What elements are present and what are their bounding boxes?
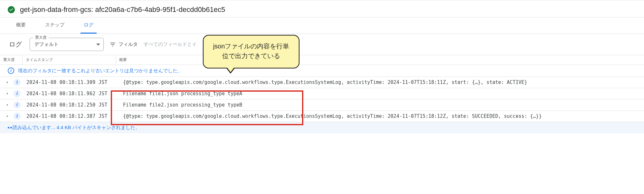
loading-text: 読み込んでいます... 4.4 KB バイトがスキャンされました。 [13, 125, 140, 131]
callout-tail-icon [226, 68, 235, 74]
severity-legend: 重大度 [33, 35, 49, 40]
severity-info-icon: i [14, 113, 21, 120]
tab-overview[interactable]: 概要 [13, 17, 29, 34]
log-timestamp: 2024-11-08 00:18:11.962 JST [26, 91, 123, 97]
execution-header: get-json-data-from-gcs: afc20a6a-c7b6-4a… [0, 0, 644, 17]
expand-icon[interactable] [6, 115, 11, 118]
info-text: 現在のフィルタに一致するこれより古いエントリは見つかりませんでした。 [18, 68, 182, 74]
col-severity: 重大度 [0, 55, 23, 65]
log-controls: ログ 重大度 デフォルト フィルタ すべてのフィールドとイ [0, 34, 644, 55]
log-summary: {@type: type.googleapis.com/google.cloud… [123, 79, 641, 85]
spinner-icon [8, 127, 9, 128]
filter-button[interactable]: フィルタ [109, 41, 138, 48]
logs-label: ログ [9, 40, 22, 49]
expand-icon[interactable] [6, 103, 11, 107]
log-timestamp: 2024-11-08 00:18:12.387 JST [26, 113, 123, 119]
severity-info-icon: i [14, 101, 21, 108]
log-summary: Filename file2.json processing_type type… [123, 102, 641, 108]
col-timestamp: タイムスタンプ [23, 55, 116, 65]
log-row[interactable]: i 2024-11-08 00:18:12.250 JST Filename f… [0, 99, 644, 111]
log-row[interactable]: i 2024-11-08 00:18:11.962 JST Filename f… [0, 88, 644, 99]
info-icon: i [8, 67, 14, 74]
annotation-callout: jsonファイルの内容を行単位で出力できている [203, 35, 299, 68]
loading-row: 読み込んでいます... 4.4 KB バイトがスキャンされました。 [0, 122, 644, 133]
log-row[interactable]: i 2024-11-08 00:18:11.309 JST {@type: ty… [0, 77, 644, 88]
severity-value: デフォルト [34, 41, 91, 47]
expand-icon[interactable] [6, 92, 11, 95]
severity-info-icon: i [14, 90, 21, 97]
log-summary: {@type: type.googleapis.com/google.cloud… [123, 113, 641, 119]
expand-icon[interactable] [6, 81, 11, 84]
page-title: get-json-data-from-gcs: afc20a6a-c7b6-4a… [20, 5, 225, 14]
log-timestamp: 2024-11-08 00:18:11.309 JST [26, 79, 123, 85]
severity-select[interactable]: 重大度 デフォルト [30, 38, 104, 51]
severity-info-icon: i [14, 79, 21, 86]
filter-icon [109, 41, 116, 48]
tab-logs[interactable]: ログ [80, 17, 97, 34]
tab-steps[interactable]: ステップ [42, 17, 68, 34]
no-older-entries-row: i 現在のフィルタに一致するこれより古いエントリは見つかりませんでした。 [0, 65, 644, 77]
tabs: 概要 ステップ ログ [0, 17, 644, 34]
log-timestamp: 2024-11-08 00:18:12.250 JST [26, 102, 123, 108]
status-success-icon [8, 6, 15, 13]
col-summary: 概要 [116, 55, 644, 65]
chevron-down-icon [96, 44, 100, 46]
filter-placeholder: すべてのフィールドとイ [144, 41, 197, 47]
log-table-header: 重大度 タイムスタンプ 概要 [0, 55, 644, 65]
log-row[interactable]: i 2024-11-08 00:18:12.387 JST {@type: ty… [0, 111, 644, 122]
log-summary: Filename file1.json processing_type type… [123, 91, 641, 97]
callout-text: jsonファイルの内容を行単位で出力できている [213, 43, 289, 59]
filter-label: フィルタ [118, 41, 138, 47]
